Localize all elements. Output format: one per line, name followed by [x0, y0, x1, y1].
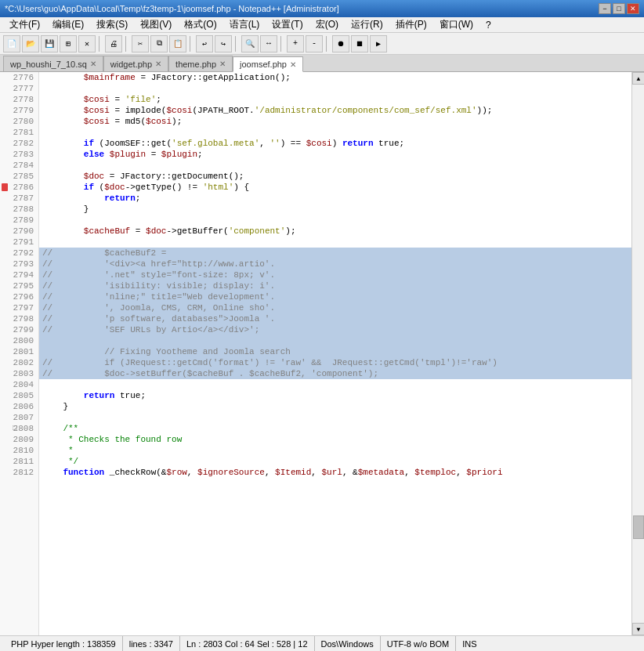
sep5: [280, 36, 284, 52]
line-number: 2790: [0, 226, 38, 237]
save-button[interactable]: 💾: [41, 35, 58, 52]
line-number: 2809: [0, 434, 38, 445]
search-button[interactable]: 🔍: [241, 35, 259, 52]
tab-close-2[interactable]: ✕: [219, 60, 226, 68]
code-line: // Fixing Yootheme and Joomla search: [39, 346, 631, 357]
code-line: [39, 412, 631, 423]
menu-item-w[interactable]: 窗口(W): [433, 17, 479, 32]
tab-0[interactable]: wp_houshi_7_10.sq✕: [3, 56, 103, 71]
code-line: * Checks the found row: [39, 434, 631, 445]
line-number: 2812: [0, 467, 38, 478]
code-line: [39, 160, 631, 171]
tab-close-0[interactable]: ✕: [90, 60, 96, 68]
line-number: 2777: [0, 83, 38, 94]
zoom-out-button[interactable]: -: [306, 35, 323, 52]
code-line: // 'nline;" title="Web development'.: [39, 291, 631, 302]
line-number: 2780: [0, 116, 38, 127]
macro-stop-button[interactable]: ⏹: [351, 35, 368, 52]
line-number: 2795: [0, 280, 38, 291]
menu-item-f[interactable]: 文件(F): [3, 17, 46, 32]
menu-item-l[interactable]: 语言(L): [223, 17, 266, 32]
toolbar: 📄 📂 💾 ⊞ ✕ 🖨 ✂ ⧉ 📋 ↩ ↪ 🔍 ↔ + - ⏺ ⏹ ▶: [0, 33, 644, 55]
replace-button[interactable]: ↔: [260, 35, 277, 52]
code-line: *: [39, 445, 631, 456]
sep3: [190, 36, 193, 52]
tab-label-2: theme.php: [175, 60, 216, 69]
sep1: [99, 36, 102, 52]
menu-item-p[interactable]: 插件(P): [389, 17, 433, 32]
line-number: 2803: [0, 368, 38, 379]
code-line: }: [39, 204, 631, 215]
code-line: [39, 379, 631, 390]
line-number: 2799: [0, 324, 38, 335]
undo-button[interactable]: ↩: [196, 35, 213, 52]
line-number: 2801: [0, 346, 38, 357]
scroll-track[interactable]: [632, 85, 644, 623]
line-number: 2787: [0, 193, 38, 204]
menu-item-r[interactable]: 运行(R): [345, 17, 389, 32]
code-line: $cosi = implode($cosi(JPATH_ROOT.'/admin…: [39, 105, 631, 116]
scroll-thumb[interactable]: [633, 515, 644, 539]
tab-close-1[interactable]: ✕: [155, 60, 161, 68]
cut-button[interactable]: ✂: [132, 35, 149, 52]
tab-2[interactable]: theme.php✕: [168, 56, 233, 71]
line-number: 2807: [0, 412, 38, 423]
code-line: [39, 237, 631, 248]
scroll-up-button[interactable]: ▲: [632, 72, 644, 85]
tab-1[interactable]: widget.php✕: [103, 56, 168, 71]
macro-play-button[interactable]: ▶: [370, 35, 387, 52]
code-line: // '.net" style="font-size: 8px; v'.: [39, 269, 631, 280]
save-all-button[interactable]: ⊞: [60, 35, 77, 52]
titlebar: *C:\Users\guo\AppData\Local\Temp\fz3temp…: [0, 0, 644, 17]
tab-close-3[interactable]: ✕: [290, 60, 296, 69]
line-number: 2810: [0, 445, 38, 456]
line-number: 2805: [0, 390, 38, 401]
tab-3[interactable]: joomsef.php✕: [233, 56, 303, 72]
code-container: 2776277727782779278027812782278327842785…: [0, 72, 644, 635]
code-content[interactable]: $mainframe = JFactory::getApplication();…: [39, 72, 631, 635]
maximize-button[interactable]: □: [613, 3, 625, 14]
line-number: 2802: [0, 357, 38, 368]
menu-item-e[interactable]: 编辑(E): [46, 17, 90, 32]
code-line: // $doc->setBuffer($cacheBuf . $cacheBuf…: [39, 368, 631, 379]
scroll-down-button[interactable]: ▼: [632, 623, 644, 635]
line-number: 2793: [0, 259, 38, 269]
code-line: // '<div><a href="http://www.artio'.: [39, 259, 631, 269]
redo-button[interactable]: ↪: [215, 35, 232, 52]
new-button[interactable]: 📄: [3, 35, 20, 52]
macro-record-button[interactable]: ⏺: [332, 35, 349, 52]
code-line: return;: [39, 193, 631, 204]
close-button[interactable]: ✕: [627, 3, 639, 14]
menu-item-s[interactable]: 搜索(S): [90, 17, 134, 32]
open-button[interactable]: 📂: [22, 35, 39, 52]
code-line: /**: [39, 423, 631, 434]
line-number: 2788: [0, 204, 38, 215]
print-button[interactable]: 🖨: [105, 35, 122, 52]
menu-item-[interactable]: ?: [479, 17, 497, 32]
hyper-length: PHP Hyper length : 138359: [5, 636, 123, 651]
code-line: $doc = JFactory::getDocument();: [39, 171, 631, 182]
line-number: 2781: [0, 127, 38, 138]
code-line: if (JoomSEF::get('sef.global.meta', '') …: [39, 138, 631, 149]
code-line: $cosi = md5($cosi);: [39, 116, 631, 127]
statusbar: PHP Hyper length : 138359 lines : 3347 L…: [0, 635, 644, 651]
code-line: $cacheBuf = $doc->getBuffer('component')…: [39, 226, 631, 237]
zoom-in-button[interactable]: +: [287, 35, 304, 52]
tab-label-3: joomsef.php: [240, 60, 287, 69]
line-number: 2791: [0, 237, 38, 248]
menu-item-v[interactable]: 视图(V): [134, 17, 178, 32]
menu-item-o[interactable]: 格式(O): [178, 17, 223, 32]
code-line: function _checkRow(&$row, $ignoreSource,…: [39, 467, 631, 478]
copy-button[interactable]: ⧉: [150, 35, 168, 52]
menu-item-o[interactable]: 宏(O): [309, 17, 345, 32]
vertical-scrollbar[interactable]: ▲ ▼: [631, 72, 644, 635]
code-line: // 'SEF URLs by Artio</a></div>';: [39, 324, 631, 335]
sep2: [125, 36, 128, 52]
window-controls: − □ ✕: [599, 3, 639, 14]
line-number: 2804: [0, 379, 38, 390]
minimize-button[interactable]: −: [599, 3, 611, 14]
lines-count: lines : 3347: [123, 636, 180, 651]
menu-item-t[interactable]: 设置(T): [266, 17, 309, 32]
paste-button[interactable]: 📋: [169, 35, 186, 52]
close-button[interactable]: ✕: [78, 35, 96, 52]
